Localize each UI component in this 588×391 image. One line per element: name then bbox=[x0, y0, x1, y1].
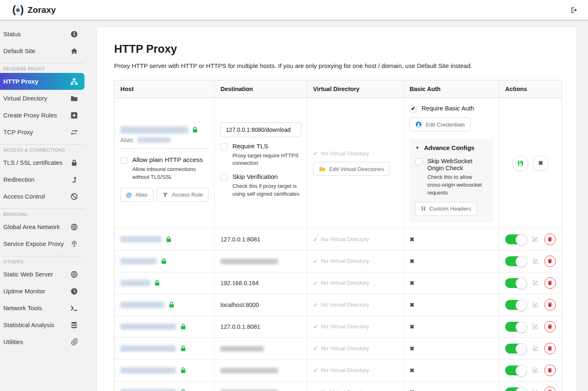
check-icon: ✓ bbox=[313, 302, 318, 308]
check-icon: ✓ bbox=[313, 367, 318, 374]
edit-credentials-button[interactable]: Edit Credentials bbox=[410, 117, 471, 131]
edit-icon[interactable] bbox=[532, 389, 539, 391]
sidebar-item-service-expose-proxy[interactable]: Service Expose Proxy bbox=[0, 235, 84, 252]
sidebar-item-global-area-network[interactable]: Global Area Network bbox=[0, 218, 84, 235]
delete-button[interactable] bbox=[544, 365, 556, 376]
sitemap-icon bbox=[70, 78, 78, 85]
destination-cell bbox=[214, 359, 307, 381]
virtual-directory-cell: ✓No Virtual Directory bbox=[307, 250, 403, 272]
no-virtual-directory-status: ✓No Virtual Directory bbox=[313, 280, 398, 286]
lock-icon bbox=[180, 345, 187, 352]
sidebar-item-tls-ssl-certificates[interactable]: TLS / SSL certificates bbox=[0, 154, 84, 171]
sidebar-item-default-site[interactable]: Default Site bbox=[0, 42, 84, 59]
virtual-directory-cell: ✓No Virtual Directory bbox=[307, 228, 403, 250]
trash-icon bbox=[547, 368, 553, 373]
enable-toggle[interactable] bbox=[505, 300, 527, 310]
cancel-button[interactable]: ✖ bbox=[533, 155, 548, 171]
enable-toggle[interactable] bbox=[505, 278, 527, 288]
enable-toggle[interactable] bbox=[505, 387, 527, 391]
edit-icon[interactable] bbox=[532, 279, 539, 286]
basic-auth-cell: ✖ bbox=[403, 294, 499, 316]
delete-button[interactable] bbox=[544, 277, 556, 289]
custom-headers-button[interactable]: H Custom Headers bbox=[415, 202, 477, 216]
sidebar-item-http-proxy[interactable]: HTTP Proxy bbox=[0, 73, 84, 90]
redacted-hostname bbox=[120, 323, 176, 330]
actions-cell bbox=[499, 228, 562, 250]
folder-icon bbox=[319, 166, 326, 172]
sidebar-item-network-tools[interactable]: Network Tools bbox=[0, 300, 84, 316]
delete-button[interactable] bbox=[544, 343, 556, 354]
delete-button[interactable] bbox=[544, 299, 556, 311]
column-header-virtual-directory: Virtual Directory bbox=[307, 80, 403, 98]
sidebar-item-static-web-server[interactable]: Static Web Server bbox=[0, 266, 84, 283]
sidebar-item-label: Static Web Server bbox=[3, 271, 53, 278]
sidebar-item-virtual-directory[interactable]: Virtual Directory bbox=[0, 90, 84, 107]
advance-configs-accordion[interactable]: ▼ Advance Configs bbox=[415, 144, 487, 151]
enable-toggle[interactable] bbox=[505, 234, 527, 244]
basic-auth-cell: ✖ bbox=[403, 316, 499, 337]
skip-verification-row: Skip Verification Check this if proxy ta… bbox=[220, 173, 301, 198]
allow-plain-http-checkbox[interactable] bbox=[120, 157, 127, 164]
delete-button[interactable] bbox=[544, 255, 556, 267]
sidebar-item-access-control[interactable]: Access Control bbox=[0, 188, 84, 205]
enable-toggle[interactable] bbox=[505, 322, 527, 332]
checkbox-description: Check this to allow cross-origin websock… bbox=[427, 173, 487, 197]
sidebar-item-utilities[interactable]: Utilities bbox=[0, 333, 84, 350]
proxy-rule-row: ✓No Virtual Directory✖ bbox=[115, 250, 562, 272]
terminal-icon bbox=[70, 304, 78, 312]
logo-paren-right: ) bbox=[20, 5, 23, 15]
home-icon bbox=[70, 47, 78, 55]
sidebar-section-bridging: BRIDGING bbox=[0, 208, 84, 218]
enable-toggle[interactable] bbox=[505, 256, 527, 266]
redacted-hostname bbox=[120, 126, 188, 133]
sidebar-item-label: Uptime Monitor bbox=[3, 288, 45, 295]
destination-cell: 127.0.0.1:8081 bbox=[214, 316, 307, 337]
check-icon: ✓ bbox=[313, 258, 318, 265]
checkbox-label: Require TLS bbox=[232, 143, 301, 150]
skip-websocket-origin-checkbox[interactable] bbox=[415, 158, 422, 165]
edit-icon[interactable] bbox=[532, 345, 539, 352]
edit-icon[interactable] bbox=[532, 236, 539, 243]
lock-icon bbox=[192, 126, 199, 133]
sidebar-item-redirection[interactable]: Redirection bbox=[0, 171, 84, 188]
require-tls-checkbox[interactable] bbox=[220, 143, 227, 150]
sidebar-item-tcp-proxy[interactable]: TCP Proxy bbox=[0, 124, 84, 140]
no-basic-auth-icon: ✖ bbox=[410, 236, 415, 243]
edit-icon[interactable] bbox=[532, 367, 539, 374]
edit-icon[interactable] bbox=[532, 301, 539, 308]
delete-button[interactable] bbox=[544, 321, 556, 332]
require-basic-auth-checkbox[interactable] bbox=[410, 105, 417, 112]
edit-icon[interactable] bbox=[532, 323, 539, 330]
trash-icon bbox=[547, 346, 553, 351]
no-basic-auth-icon: ✖ bbox=[410, 345, 415, 352]
delete-button[interactable] bbox=[544, 234, 556, 245]
sidebar-item-statistical-analysis[interactable]: Statistical Analysis bbox=[0, 316, 84, 333]
globe-icon bbox=[70, 223, 78, 231]
destination-input[interactable] bbox=[220, 122, 301, 137]
sidebar-item-uptime-monitor[interactable]: Uptime Monitor bbox=[0, 283, 84, 300]
sidebar-item-create-proxy-rules[interactable]: Create Proxy Rules bbox=[0, 107, 84, 124]
globe-icon bbox=[70, 271, 78, 278]
no-virtual-directory-status: ✓No Virtual Directory bbox=[313, 236, 398, 243]
delete-button[interactable] bbox=[544, 386, 556, 391]
require-basic-auth-row: Require Basic Auth bbox=[410, 105, 493, 112]
skip-verification-checkbox[interactable] bbox=[220, 174, 227, 181]
redacted-hostname bbox=[120, 345, 176, 351]
host-cell bbox=[115, 359, 215, 381]
redacted-destination bbox=[220, 368, 278, 373]
proxy-rule-row: 127.0.0.1:8081✓No Virtual Directory✖ bbox=[115, 228, 562, 250]
enable-toggle[interactable] bbox=[505, 365, 527, 375]
sidebar-item-status[interactable]: Status bbox=[0, 26, 84, 42]
access-rule-button[interactable]: Access Rule bbox=[157, 188, 208, 202]
exchange-icon bbox=[70, 129, 78, 136]
sidebar-item-label: HTTP Proxy bbox=[3, 78, 38, 85]
alias-button[interactable]: @ Alias bbox=[120, 188, 153, 202]
enable-toggle[interactable] bbox=[505, 344, 527, 354]
edit-virtual-directories-button[interactable]: Edit Virtual Directories bbox=[313, 162, 390, 176]
save-button[interactable] bbox=[513, 155, 528, 171]
virtual-directory-cell: ✓No Virtual Directory bbox=[307, 294, 403, 316]
proxy-rules-table: HostDestinationVirtual DirectoryBasic Au… bbox=[114, 80, 562, 391]
sign-out-icon[interactable] bbox=[570, 7, 577, 14]
require-tls-text: Require TLS Proxy target require HTTPS c… bbox=[232, 143, 301, 168]
edit-icon[interactable] bbox=[532, 258, 539, 265]
